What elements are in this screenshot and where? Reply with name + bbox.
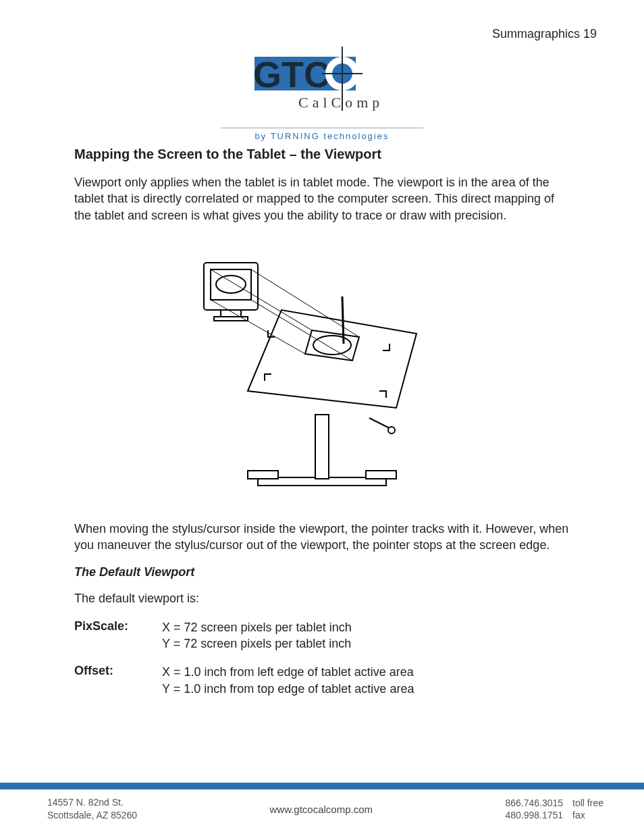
logo-byline: by TURNING technologies [47,131,597,141]
def-row-offset: Offset: X = 1.0 inch from left edge of t… [74,664,570,697]
pixscale-x: X = 72 screen pixels per tablet inch [162,619,352,635]
viewport-illustration [47,236,597,509]
svg-rect-20 [214,317,248,321]
footer-phone-tollfree: 866.746.3015 [505,798,563,808]
svg-text:GTC: GTC [253,54,330,95]
subheading-default-viewport: The Default Viewport [47,565,597,579]
svg-point-11 [388,427,395,434]
paragraph-default-intro: The default viewport is: [47,590,597,606]
paragraph-intro: Viewport only applies when the tablet is… [47,174,597,224]
footer-phone-fax: 480.998.1751 [505,810,563,820]
svg-marker-12 [248,310,417,408]
svg-rect-9 [315,415,329,479]
page-footer: 14557 N. 82nd St. Scottsdale, AZ 85260 w… [0,783,644,834]
svg-rect-8 [366,471,396,479]
paragraph-behavior: When moving the stylus/cursor inside the… [47,521,597,554]
pixscale-label: PixScale: [74,619,162,652]
def-row-pixscale: PixScale: X = 72 screen pixels per table… [74,619,570,652]
svg-line-15 [342,296,344,344]
footer-address-line1: 14557 N. 82nd St. [47,796,137,809]
svg-text:CalComp: CalComp [298,94,383,111]
offset-y: Y = 1.0 inch from top edge of tablet act… [162,681,414,697]
footer-address-line2: Scottsdale, AZ 85260 [47,809,137,822]
pixscale-y: Y = 72 screen pixels per tablet inch [162,635,352,652]
offset-x: X = 1.0 inch from left edge of tablet ac… [162,664,414,680]
footer-url: www.gtcocalcomp.com [269,804,373,815]
footer-phone-tollfree-label: toll free [572,798,603,808]
svg-rect-7 [248,471,278,479]
svg-line-10 [369,418,390,428]
company-logo: GTC CalComp by TURNING technologies [47,47,597,141]
footer-phone-fax-label: fax [572,810,603,820]
offset-label: Offset: [74,664,162,697]
page-header-label: Summagraphics 19 [47,27,597,41]
section-heading: Mapping the Screen to the Tablet – the V… [47,147,597,162]
